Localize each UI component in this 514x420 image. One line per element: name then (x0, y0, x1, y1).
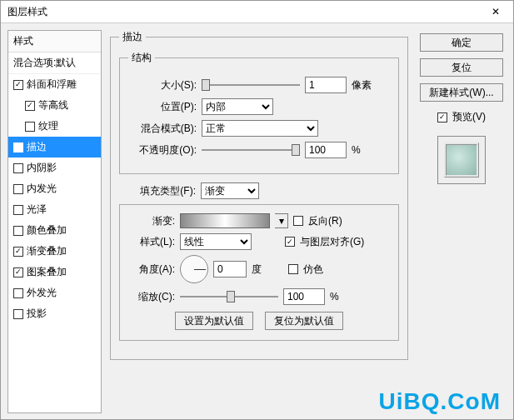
style-label: 样式(L): (128, 235, 175, 249)
sidebar-item-label: 描边 (27, 140, 47, 154)
style-select[interactable]: 线性 (180, 233, 252, 250)
sidebar-item-label: 投影 (27, 307, 47, 321)
sidebar-item-label: 斜面和浮雕 (27, 78, 77, 92)
fill-fieldset: 渐变: ▾ 反向(R) 样式(L): 线性 与图层对齐(G) (119, 204, 399, 341)
dither-label: 仿色 (303, 262, 323, 277)
sidebar-checkbox-6[interactable] (13, 205, 23, 215)
sidebar-item-4[interactable]: 内阴影 (8, 158, 101, 178)
sidebar-checkbox-1[interactable] (25, 101, 35, 111)
size-unit: 像素 (352, 78, 372, 92)
stroke-fieldset: 描边 结构 大小(S): 像素 位置(P): 内部 混合模式(B): (110, 30, 408, 360)
sidebar-item-label: 渐变叠加 (27, 244, 67, 258)
sidebar-item-10[interactable]: 外发光 (8, 282, 101, 303)
angle-input[interactable] (213, 261, 247, 278)
sidebar-checkbox-11[interactable] (13, 309, 23, 319)
chevron-down-icon: ▾ (279, 215, 284, 227)
close-icon: ✕ (492, 6, 500, 18)
opacity-slider[interactable] (202, 142, 300, 158)
structure-fieldset: 结构 大小(S): 像素 位置(P): 内部 混合模式(B): 正常 (119, 51, 399, 174)
sidebar-item-label: 等高线 (38, 98, 68, 112)
watermark: UiBQ.CoM (379, 388, 501, 415)
opacity-label: 不透明度(O): (128, 143, 197, 158)
sidebar-item-label: 颜色叠加 (27, 223, 67, 238)
scale-slider[interactable] (180, 289, 278, 304)
sidebar-checkbox-2[interactable] (25, 122, 35, 132)
blendmode-label: 混合模式(B): (128, 122, 197, 136)
angle-unit: 度 (252, 262, 262, 277)
sidebar-checkbox-4[interactable] (13, 163, 23, 173)
close-button[interactable]: ✕ (478, 1, 513, 23)
sidebar-item-label: 外发光 (27, 286, 57, 300)
sidebar-item-label: 光泽 (27, 202, 47, 217)
alignlayer-checkbox[interactable] (285, 237, 295, 247)
sidebar-item-label: 纹理 (38, 119, 58, 133)
position-select[interactable]: 内部 (202, 98, 273, 115)
sidebar-checkbox-8[interactable] (13, 247, 23, 257)
center-panel: 描边 结构 大小(S): 像素 位置(P): 内部 混合模式(B): (102, 30, 417, 413)
sidebar-item-3[interactable]: 描边 (8, 137, 101, 158)
filltype-select[interactable]: 渐变 (201, 182, 259, 199)
ok-button[interactable]: 确定 (420, 33, 503, 52)
sidebar-item-11[interactable]: 投影 (8, 303, 101, 324)
preview-thumbnail (437, 136, 486, 184)
opacity-input[interactable] (305, 142, 347, 158)
angle-label: 角度(A): (128, 262, 175, 277)
newstyle-button[interactable]: 新建样式(W)... (420, 83, 503, 102)
set-default-button[interactable]: 设置为默认值 (175, 312, 253, 330)
sidebar-item-5[interactable]: 内发光 (8, 178, 101, 199)
reverse-checkbox[interactable] (293, 216, 303, 226)
stroke-legend: 描边 (119, 30, 146, 44)
filltype-label: 填充类型(F): (127, 184, 196, 198)
gradient-dropdown[interactable]: ▾ (275, 213, 288, 228)
window-title: 图层样式 (7, 5, 47, 19)
sidebar-checkbox-5[interactable] (13, 184, 23, 194)
sidebar-item-9[interactable]: 图案叠加 (8, 262, 101, 282)
reverse-label: 反向(R) (308, 214, 342, 228)
scale-label: 缩放(C): (128, 290, 175, 304)
preview-checkbox[interactable] (437, 112, 447, 122)
preview-label: 预览(V) (452, 110, 486, 124)
sidebar-checkbox-10[interactable] (13, 288, 23, 298)
sidebar-checkbox-3[interactable] (13, 142, 23, 152)
size-input[interactable] (305, 77, 347, 93)
alignlayer-label: 与图层对齐(G) (300, 235, 364, 249)
sidebar-item-1[interactable]: 等高线 (8, 95, 101, 116)
scale-input[interactable] (283, 288, 325, 305)
sidebar-checkbox-0[interactable] (13, 80, 23, 90)
right-panel: 确定 复位 新建样式(W)... 预览(V) (417, 30, 507, 413)
sidebar-item-2[interactable]: 纹理 (8, 116, 101, 137)
dither-checkbox[interactable] (288, 264, 298, 274)
gradient-swatch[interactable] (180, 213, 270, 228)
sidebar-item-6[interactable]: 光泽 (8, 199, 101, 220)
sidebar-item-label: 内阴影 (27, 161, 57, 175)
scale-unit: % (330, 291, 339, 302)
size-slider[interactable] (202, 78, 300, 92)
opacity-unit: % (352, 144, 361, 156)
cancel-button[interactable]: 复位 (420, 58, 503, 77)
sidebar-item-label: 内发光 (27, 182, 57, 196)
sidebar-item-label: 图案叠加 (27, 265, 67, 279)
sidebar-checkbox-7[interactable] (13, 226, 23, 236)
structure-legend: 结构 (128, 51, 155, 65)
position-label: 位置(P): (128, 100, 197, 114)
size-label: 大小(S): (128, 78, 197, 92)
styles-sidebar: 样式 混合选项:默认 斜面和浮雕等高线纹理描边内阴影内发光光泽颜色叠加渐变叠加图… (7, 30, 102, 413)
sidebar-item-0[interactable]: 斜面和浮雕 (8, 74, 101, 95)
gradient-label: 渐变: (128, 214, 175, 228)
reset-default-button[interactable]: 复位为默认值 (265, 312, 343, 330)
sidebar-checkbox-9[interactable] (13, 268, 23, 278)
blendmode-select[interactable]: 正常 (202, 120, 318, 137)
sidebar-item-8[interactable]: 渐变叠加 (8, 241, 101, 262)
preview-swatch (444, 142, 479, 178)
sidebar-item-7[interactable]: 颜色叠加 (8, 220, 101, 241)
sidebar-blend-options[interactable]: 混合选项:默认 (8, 52, 101, 74)
sidebar-header: 样式 (8, 31, 101, 52)
angle-dial[interactable] (180, 255, 208, 283)
titlebar: 图层样式 ✕ (1, 1, 513, 23)
